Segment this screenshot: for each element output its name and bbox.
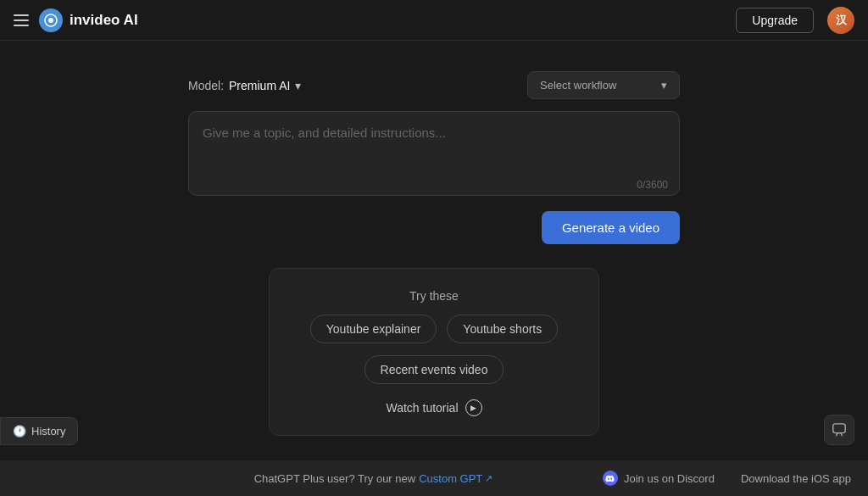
model-selector[interactable]: Model: Premium AI ▾ [188, 79, 301, 92]
chatgpt-text: ChatGPT Plus user? Try our new [254, 472, 416, 485]
chip-recent-events[interactable]: Recent events video [364, 355, 504, 384]
generate-button[interactable]: Generate a video [542, 211, 680, 244]
banner-center-text: ChatGPT Plus user? Try our new Custom GP… [254, 472, 493, 485]
app-title: invideo AI [70, 12, 138, 29]
custom-gpt-link[interactable]: Custom GPT ↗ [419, 472, 492, 485]
watch-tutorial-text: Watch tutorial [386, 401, 458, 415]
svg-point-1 [48, 18, 53, 23]
workflow-placeholder: Select workflow [540, 79, 616, 92]
svg-rect-2 [833, 424, 845, 433]
history-button[interactable]: 🕐 History [0, 417, 78, 445]
ios-link[interactable]: Download the iOS app [735, 472, 851, 485]
chips-row-2: Recent events video [364, 355, 504, 384]
discord-icon [603, 471, 618, 486]
model-value-text: Premium AI [229, 79, 290, 92]
chip-youtube-shorts[interactable]: Youtube shorts [447, 315, 558, 343]
topic-input-wrapper: 0/3600 [188, 111, 680, 199]
try-these-title: Try these [409, 289, 459, 303]
play-icon: ▶ [465, 399, 482, 416]
clock-icon: 🕐 [13, 425, 26, 437]
ios-label: Download the iOS app [741, 472, 851, 485]
app-header: invideo AI Upgrade 汉 [0, 0, 868, 41]
main-content: Model: Premium AI ▾ Select workflow ▾ 0/… [0, 41, 868, 436]
model-label-text: Model: [188, 79, 224, 92]
menu-icon[interactable] [14, 14, 29, 26]
chips-row-1: Youtube explainer Youtube shorts [310, 315, 558, 343]
discord-link[interactable]: Join us on Discord [603, 471, 715, 486]
avatar[interactable]: 汉 [827, 7, 854, 34]
model-row: Model: Premium AI ▾ Select workflow ▾ [188, 71, 680, 99]
char-count: 0/3600 [637, 179, 668, 191]
external-link-icon: ↗ [485, 473, 492, 484]
header-right: Upgrade 汉 [736, 7, 854, 34]
watch-tutorial-link[interactable]: Watch tutorial ▶ [386, 399, 481, 416]
logo-icon [39, 8, 63, 32]
logo: invideo AI [39, 8, 138, 32]
discord-label: Join us on Discord [624, 472, 715, 485]
workflow-dropdown[interactable]: Select workflow ▾ [527, 71, 680, 99]
chip-youtube-explainer[interactable]: Youtube explainer [310, 315, 437, 343]
bottom-banner: ChatGPT Plus user? Try our new Custom GP… [0, 460, 868, 496]
chat-icon-button[interactable] [824, 415, 854, 445]
workflow-chevron-icon: ▾ [661, 79, 667, 92]
try-these-card: Try these Youtube explainer Youtube shor… [269, 268, 599, 436]
chevron-down-icon: ▾ [295, 79, 301, 92]
banner-links: Join us on Discord Download the iOS app [603, 471, 851, 486]
upgrade-button[interactable]: Upgrade [736, 8, 814, 33]
topic-textarea[interactable] [188, 111, 680, 196]
history-label: History [31, 425, 65, 437]
header-left: invideo AI [14, 8, 138, 32]
generate-row: Generate a video [188, 211, 680, 244]
